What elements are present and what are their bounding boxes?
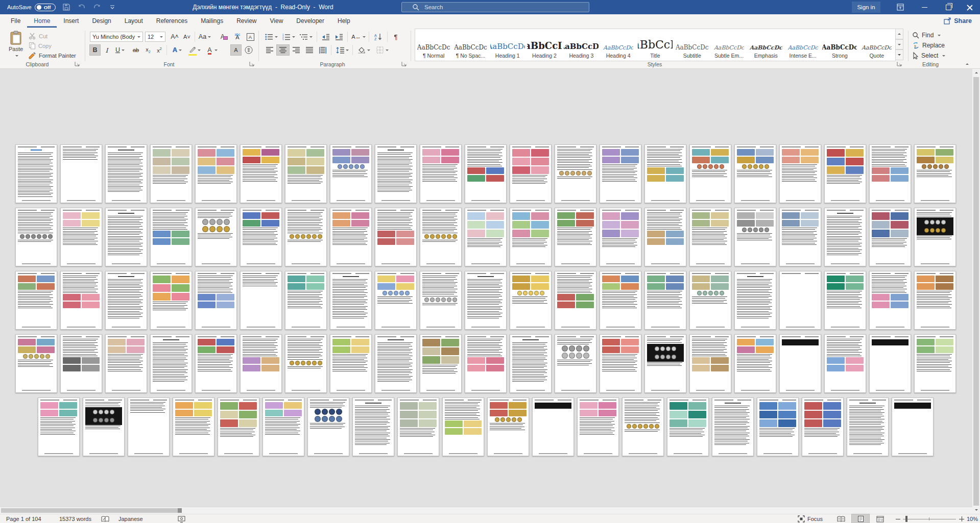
paragraph-dialog-launcher[interactable] [401, 61, 407, 66]
multilevel-list-button[interactable] [298, 32, 314, 42]
page-thumbnail-76[interactable] [555, 334, 596, 393]
tab-design[interactable]: Design [85, 14, 117, 28]
page-thumbnail-34[interactable] [555, 208, 596, 266]
style-heading-1[interactable]: AaBbCcDcHeading 1 [489, 29, 526, 61]
page-thumbnail-96[interactable] [532, 397, 574, 456]
sort-button[interactable]: AZ [372, 32, 385, 42]
page-thumbnail-26[interactable] [195, 208, 237, 266]
page-thumbnail-99[interactable] [667, 397, 709, 456]
increase-indent-button[interactable] [333, 32, 345, 42]
page-indicator[interactable]: Page 1 of 104 [6, 514, 41, 523]
scroll-up-arrow[interactable] [972, 69, 980, 77]
align-center-button[interactable] [277, 45, 289, 55]
tab-help[interactable]: Help [331, 14, 357, 28]
page-thumbnail-2[interactable] [60, 144, 102, 203]
zoom-in-button[interactable] [959, 516, 964, 521]
line-spacing-button[interactable] [334, 45, 350, 55]
page-thumbnail-63[interactable] [914, 271, 956, 330]
focus-mode-button[interactable]: Focus [798, 514, 823, 523]
zoom-percentage[interactable]: 10% [967, 514, 978, 523]
page-thumbnail-42[interactable] [914, 208, 956, 266]
font-color-button[interactable]: A [204, 45, 220, 55]
redo-button[interactable] [92, 3, 102, 12]
page-thumbnail-19[interactable] [824, 144, 866, 203]
minimize-button[interactable] [914, 0, 935, 14]
page-thumbnail-54[interactable] [510, 271, 552, 330]
subscript-button[interactable]: x2 [143, 45, 153, 55]
zoom-slider-track[interactable] [903, 519, 956, 519]
page-thumbnail-5[interactable] [195, 144, 237, 203]
page-thumbnail-35[interactable] [600, 208, 641, 266]
page-thumbnail-46[interactable] [150, 271, 192, 330]
text-effects-button[interactable]: A [170, 45, 185, 55]
style-subtle-em[interactable]: AaBbCcDcSubtle Em... [710, 29, 747, 61]
page-thumbnail-79[interactable] [689, 334, 731, 393]
page-thumbnail-94[interactable] [442, 397, 484, 456]
zoom-slider-thumb[interactable] [905, 516, 907, 522]
page-thumbnail-36[interactable] [644, 208, 686, 266]
page-thumbnail-82[interactable] [824, 334, 866, 393]
style-no-spac[interactable]: AaBbCcDc¶ No Spac... [452, 29, 489, 61]
page-thumbnail-77[interactable] [600, 334, 641, 393]
page-thumbnail-66[interactable] [105, 334, 147, 393]
page-thumbnail-87[interactable] [128, 397, 170, 456]
page-thumbnail-53[interactable] [465, 271, 507, 330]
page-thumbnail-33[interactable] [510, 208, 552, 266]
page-thumbnail-84[interactable] [914, 334, 956, 393]
scroll-down-arrow[interactable] [972, 506, 980, 514]
page-thumbnail-43[interactable] [15, 271, 57, 330]
change-case-button[interactable]: Aa [197, 32, 212, 42]
page-thumbnail-3[interactable] [105, 144, 147, 203]
page-thumbnail-22[interactable] [15, 208, 57, 266]
borders-button[interactable] [374, 45, 391, 55]
page-thumbnail-74[interactable] [465, 334, 507, 393]
page-thumbnail-4[interactable] [150, 144, 192, 203]
vertical-scrollbar-thumb[interactable] [973, 77, 979, 506]
underline-button[interactable]: U [112, 45, 128, 55]
page-thumbnail-17[interactable] [734, 144, 776, 203]
align-right-button[interactable] [290, 45, 302, 55]
page-thumbnail-101[interactable] [757, 397, 799, 456]
page-thumbnail-40[interactable] [824, 208, 866, 266]
read-mode-button[interactable] [832, 514, 850, 523]
undo-button[interactable] [77, 3, 86, 12]
page-thumbnail-64[interactable] [15, 334, 57, 393]
select-button[interactable]: Select [912, 51, 945, 60]
horizontal-scrollbar-thumb[interactable] [1, 508, 181, 513]
page-thumbnail-78[interactable] [644, 334, 686, 393]
styles-scroll-down-button[interactable] [895, 39, 903, 50]
sign-in-button[interactable]: Sign in [852, 2, 880, 13]
word-count[interactable]: 15373 words [59, 514, 91, 523]
page-thumbnail-59[interactable] [734, 271, 776, 330]
page-thumbnail-8[interactable] [330, 144, 372, 203]
shrink-font-button[interactable]: A˅ [181, 32, 193, 42]
highlight-color-button[interactable] [187, 45, 202, 55]
page-thumbnail-13[interactable] [555, 144, 596, 203]
style-normal[interactable]: AaBbCcDc¶ Normal [415, 29, 452, 61]
page-thumbnail-44[interactable] [60, 271, 102, 330]
page-thumbnail-9[interactable] [375, 144, 417, 203]
page-thumbnail-57[interactable] [644, 271, 686, 330]
format-painter-button[interactable]: Format Painter [29, 51, 85, 60]
page-thumbnail-75[interactable] [510, 334, 552, 393]
ribbon-display-options-button[interactable] [890, 0, 911, 14]
page-thumbnail-67[interactable] [150, 334, 192, 393]
asian-layout-button[interactable]: A↔ [350, 32, 367, 42]
tab-mailings[interactable]: Mailings [194, 14, 230, 28]
horizontal-scrollbar-grip[interactable] [178, 508, 182, 513]
page-thumbnail-55[interactable] [555, 271, 596, 330]
page-thumbnail-73[interactable] [420, 334, 462, 393]
page-thumbnail-41[interactable] [869, 208, 911, 266]
enclose-character-button[interactable] [243, 45, 254, 55]
style-quote[interactable]: AaBbCcDcQuote [858, 29, 895, 61]
page-thumbnail-97[interactable] [577, 397, 619, 456]
tab-developer[interactable]: Developer [290, 14, 331, 28]
bullets-button[interactable] [264, 32, 279, 42]
character-shading-button[interactable]: A [231, 45, 241, 55]
share-button[interactable]: Share [944, 16, 972, 26]
page-thumbnail-7[interactable] [285, 144, 327, 203]
page-thumbnail-16[interactable] [689, 144, 731, 203]
vertical-scrollbar[interactable] [972, 69, 980, 514]
shading-button[interactable] [355, 45, 372, 55]
page-thumbnail-100[interactable] [712, 397, 754, 456]
